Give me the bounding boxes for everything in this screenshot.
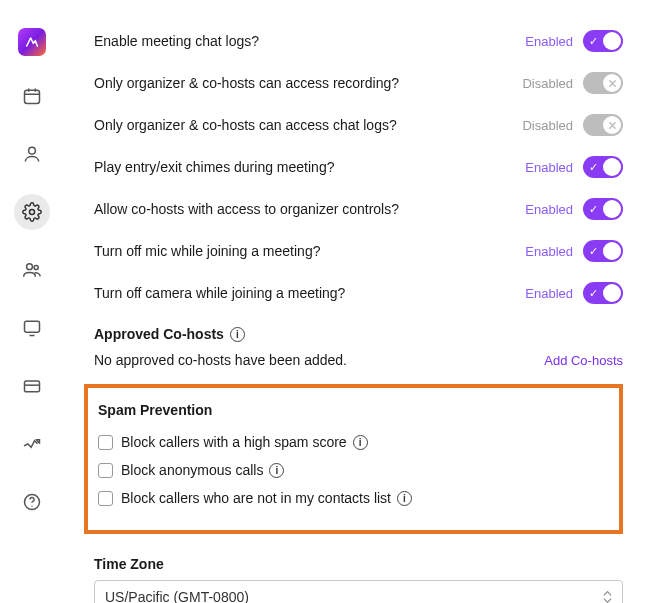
setting-toggle[interactable]: ✓ <box>583 114 623 136</box>
timezone-header: Time Zone <box>94 552 623 580</box>
setting-status: Enabled <box>525 160 573 175</box>
setting-label: Only organizer & co-hosts can access cha… <box>94 117 397 133</box>
setting-label: Only organizer & co-hosts can access rec… <box>94 75 399 91</box>
cohosts-empty-text: No approved co-hosts have been added. <box>94 352 347 368</box>
spam-prevention-section: Spam Prevention Block callers with a hig… <box>84 384 623 534</box>
setting-label: Turn off mic while joining a meeting? <box>94 243 320 259</box>
timezone-select[interactable]: US/Pacific (GMT-0800) <box>94 580 623 603</box>
person-nav-icon[interactable] <box>14 136 50 172</box>
setting-toggle[interactable]: ✓ <box>583 30 623 52</box>
setting-row: Turn off mic while joining a meeting?Ena… <box>94 230 623 272</box>
setting-label: Turn off camera while joining a meeting? <box>94 285 345 301</box>
monitor-nav-icon[interactable] <box>14 310 50 346</box>
toggle-knob <box>603 242 621 260</box>
setting-toggle[interactable]: ✓ <box>583 198 623 220</box>
toggle-knob <box>603 116 621 134</box>
check-icon: ✓ <box>589 161 598 174</box>
spam-checkbox[interactable] <box>98 463 113 478</box>
setting-status: Disabled <box>522 118 573 133</box>
toggle-knob <box>603 32 621 50</box>
spam-header: Spam Prevention <box>94 402 601 428</box>
trend-nav-icon[interactable] <box>14 426 50 462</box>
info-icon[interactable]: i <box>269 463 284 478</box>
toggle-knob <box>603 158 621 176</box>
spam-option-label: Block anonymous callsi <box>121 462 284 478</box>
info-icon[interactable]: i <box>230 327 245 342</box>
spam-option-row: Block callers who are not in my contacts… <box>94 484 601 512</box>
info-icon[interactable]: i <box>397 491 412 506</box>
setting-toggle[interactable]: ✓ <box>583 156 623 178</box>
settings-content: Enable meeting chat logs?Enabled✓Only or… <box>64 0 653 603</box>
app-logo <box>18 28 46 56</box>
people-nav-icon[interactable] <box>14 252 50 288</box>
stepper-icon <box>603 590 612 603</box>
setting-status: Enabled <box>525 202 573 217</box>
add-cohosts-link[interactable]: Add Co-hosts <box>544 353 623 368</box>
setting-status: Disabled <box>522 76 573 91</box>
setting-row: Turn off camera while joining a meeting?… <box>94 272 623 314</box>
cohosts-header-label: Approved Co-hosts <box>94 326 224 342</box>
svg-rect-5 <box>25 321 40 332</box>
sidebar <box>0 0 64 603</box>
info-icon[interactable]: i <box>353 435 368 450</box>
spam-checkbox[interactable] <box>98 435 113 450</box>
toggle-knob <box>603 74 621 92</box>
setting-status: Enabled <box>525 34 573 49</box>
setting-toggle[interactable]: ✓ <box>583 240 623 262</box>
setting-label: Play entry/exit chimes during meeting? <box>94 159 334 175</box>
spam-option-row: Block callers with a high spam scorei <box>94 428 601 456</box>
setting-row: Enable meeting chat logs?Enabled✓ <box>94 20 623 62</box>
svg-point-4 <box>34 265 38 269</box>
toggle-knob <box>603 284 621 302</box>
help-nav-icon[interactable] <box>14 484 50 520</box>
spam-option-label: Block callers with a high spam scorei <box>121 434 368 450</box>
check-icon: ✓ <box>589 203 598 216</box>
check-icon: ✓ <box>589 287 598 300</box>
setting-row: Play entry/exit chimes during meeting?En… <box>94 146 623 188</box>
setting-status: Enabled <box>525 286 573 301</box>
check-icon: ✓ <box>589 35 598 48</box>
check-icon: ✓ <box>589 245 598 258</box>
setting-toggle[interactable]: ✓ <box>583 72 623 94</box>
setting-row: Allow co-hosts with access to organizer … <box>94 188 623 230</box>
settings-nav-icon[interactable] <box>14 194 50 230</box>
spam-checkbox[interactable] <box>98 491 113 506</box>
setting-row: Only organizer & co-hosts can access cha… <box>94 104 623 146</box>
setting-label: Enable meeting chat logs? <box>94 33 259 49</box>
svg-point-3 <box>27 264 33 270</box>
setting-toggle[interactable]: ✓ <box>583 282 623 304</box>
svg-rect-6 <box>25 381 40 392</box>
setting-label: Allow co-hosts with access to organizer … <box>94 201 399 217</box>
timezone-value: US/Pacific (GMT-0800) <box>105 589 249 603</box>
svg-point-1 <box>29 147 36 154</box>
spam-option-label: Block callers who are not in my contacts… <box>121 490 412 506</box>
spam-option-row: Block anonymous callsi <box>94 456 601 484</box>
svg-point-8 <box>31 506 32 507</box>
calendar-nav-icon[interactable] <box>14 78 50 114</box>
svg-point-2 <box>30 210 35 215</box>
setting-status: Enabled <box>525 244 573 259</box>
setting-row: Only organizer & co-hosts can access rec… <box>94 62 623 104</box>
card-nav-icon[interactable] <box>14 368 50 404</box>
toggle-knob <box>603 200 621 218</box>
cohosts-header: Approved Co-hosts i <box>94 314 623 348</box>
svg-rect-0 <box>25 90 40 103</box>
